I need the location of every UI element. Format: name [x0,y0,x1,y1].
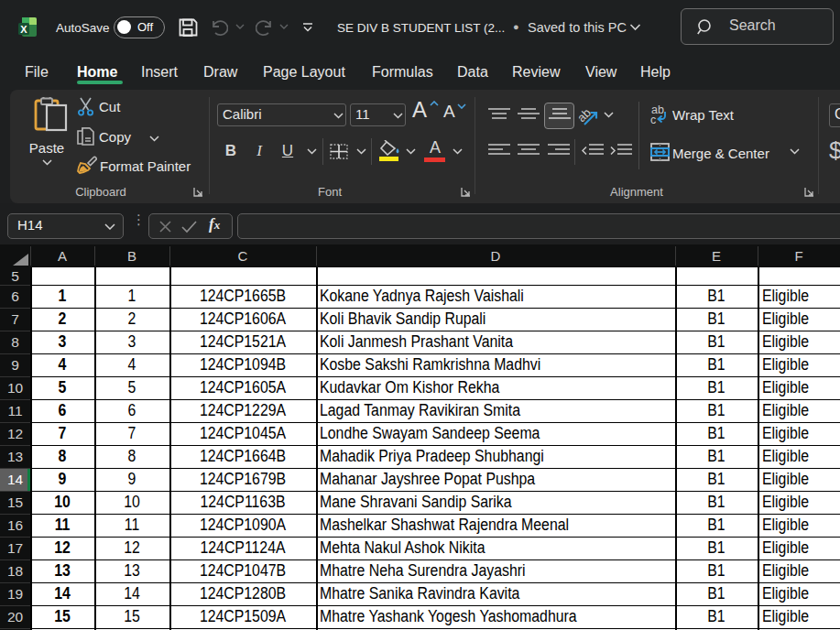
svg-text:ab: ab [577,105,594,125]
svg-text:X: X [20,24,27,35]
svg-text:c: c [650,114,656,125]
